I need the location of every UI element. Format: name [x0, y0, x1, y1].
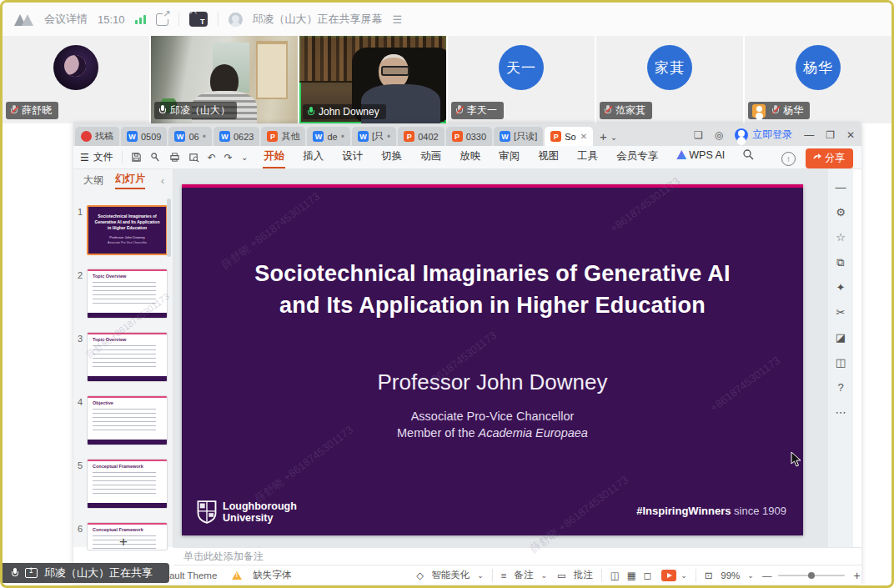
tab-slideshow[interactable]: 放映 — [459, 146, 481, 168]
grid-view-icon[interactable]: ▦ — [627, 570, 636, 581]
sharing-overlay-bar[interactable]: 邱凌（山大）正在共享 — [3, 563, 169, 583]
collapse-rail-icon[interactable]: — — [836, 182, 846, 193]
doc-tab[interactable]: W0623 — [213, 127, 259, 146]
tab-review[interactable]: 审阅 — [498, 146, 520, 168]
tab-design[interactable]: 设计 — [341, 146, 364, 168]
copy-shapes-icon[interactable]: ⧉ — [836, 257, 844, 268]
interpreter-badge-icon[interactable]: T — [189, 12, 208, 27]
warning-icon — [232, 571, 242, 580]
login-button[interactable]: 立即登录 — [735, 128, 792, 142]
doc-tab[interactable]: 找稿 — [75, 127, 119, 146]
comments-toggle[interactable]: ▭批注 — [557, 569, 593, 581]
doc-tab[interactable]: W06• — [168, 127, 211, 146]
zoom-slider[interactable] — [778, 575, 845, 576]
upload-cloud-icon[interactable]: ↑ — [781, 152, 796, 166]
participant-tile[interactable]: 薛舒晓 — [3, 36, 149, 123]
participant-tile[interactable]: 邱凌（山大） — [151, 36, 298, 123]
close-button[interactable]: ✕ — [846, 129, 855, 141]
tab-list-caret-icon[interactable]: ⌄ — [610, 133, 617, 142]
undo-icon[interactable]: ↶ — [208, 152, 216, 163]
editor-canvas[interactable]: Sociotechnical Imaginaries of Generative… — [173, 169, 828, 547]
participant-name: 杨华 — [783, 103, 803, 118]
slide-role-line[interactable]: Associate Pro-Vice Chancellor — [182, 410, 803, 423]
meeting-details-link[interactable]: 会议详情 — [44, 12, 88, 27]
doc-tab[interactable]: W0509 — [121, 127, 167, 146]
properties-icon[interactable]: ⚙ — [836, 207, 846, 218]
slide-thumbnail[interactable]: Objective — [87, 395, 168, 445]
help-icon[interactable]: ? — [837, 382, 843, 393]
tab-outline[interactable]: 大纲 — [83, 173, 103, 188]
restore-button[interactable]: ❐ — [826, 129, 835, 141]
beautify-button[interactable]: ◇ 智能美化 ⌄ — [416, 569, 483, 581]
file-menu[interactable]: ☰文件 — [80, 150, 113, 164]
doc-tab[interactable]: P其他 — [261, 127, 305, 146]
tab-switcher-icon[interactable]: ❏ — [694, 129, 703, 141]
play-options-caret-icon[interactable]: ⌄ — [681, 571, 687, 580]
notes-toggle[interactable]: ≡备注⌄ — [501, 569, 547, 581]
slide-thumbnail[interactable]: Topic Overview — [87, 332, 168, 382]
beautify-wand-icon[interactable]: ✦ — [836, 282, 846, 293]
template-library-icon[interactable]: ◫ — [836, 357, 846, 368]
print-preview-icon[interactable] — [188, 152, 199, 163]
doc-tab[interactable]: Wde• — [307, 127, 349, 146]
save-icon[interactable] — [131, 152, 142, 163]
close-tab-icon[interactable]: ✕ — [580, 132, 587, 141]
collapse-panel-icon[interactable]: ‹ — [161, 175, 164, 187]
slide-thumbnail[interactable]: Topic Overview — [87, 269, 168, 319]
doc-tab[interactable]: W[只• — [352, 127, 396, 146]
zoom-out-button[interactable]: — — [762, 570, 772, 580]
tab-tools[interactable]: 工具 — [576, 146, 599, 168]
sidebar-scrollbar[interactable] — [167, 199, 171, 257]
zoom-slider-handle[interactable] — [808, 572, 815, 579]
reading-view-icon[interactable]: ◻ — [644, 570, 652, 581]
notes-area[interactable]: 单击此处添加备注 — [173, 547, 861, 565]
tab-animation[interactable]: 动画 — [419, 146, 442, 168]
participant-tile[interactable]: 天一 李天一 — [448, 36, 595, 123]
participant-tile[interactable]: 杨华 杨华 — [745, 36, 891, 123]
tab-transition[interactable]: 切换 — [380, 146, 403, 168]
missing-font-warning[interactable]: 缺失字体 — [232, 569, 291, 581]
fit-screen-icon[interactable]: ⊡ — [705, 570, 713, 581]
add-slide-button[interactable]: + — [119, 534, 128, 550]
search-icon[interactable] — [742, 148, 754, 160]
share-button[interactable]: 分享 — [806, 148, 853, 168]
slide-presenter[interactable]: Professor John Downey — [182, 369, 803, 395]
tab-member[interactable]: 会员专享 — [615, 146, 659, 168]
tab-insert[interactable]: 插入 — [302, 146, 324, 168]
doc-tab[interactable]: P0402 — [398, 127, 444, 146]
tab-view[interactable]: 视图 — [537, 146, 560, 168]
participant-tile-speaking[interactable]: John Downey — [299, 36, 446, 123]
play-slideshow-button[interactable] — [661, 570, 676, 581]
new-tab-button[interactable]: + — [600, 129, 607, 143]
doc-tab[interactable]: W[只读] — [494, 127, 543, 146]
tab-home[interactable]: 开始 — [263, 146, 285, 168]
doc-tab-active[interactable]: PSo✕ — [545, 127, 593, 146]
slide-editor[interactable]: Sociotechnical Imaginaries of Generative… — [182, 184, 803, 535]
minimize-button[interactable]: — — [804, 129, 814, 141]
skin-icon[interactable]: ◎ — [715, 129, 723, 141]
normal-view-icon[interactable]: ◫ — [610, 570, 620, 581]
open-external-icon[interactable] — [156, 13, 168, 26]
tab-wps-ai[interactable]: WPS AI — [676, 146, 726, 168]
slide-thumbnail-selected[interactable]: Sociotechnical Imaginaries of Generative… — [87, 205, 168, 255]
divider — [492, 569, 493, 582]
zoom-in-button[interactable]: + — [853, 569, 860, 582]
mic-muted-icon — [455, 105, 463, 116]
slide-thumbnail[interactable]: Conceptual Framework — [87, 459, 168, 509]
participant-tile[interactable]: 家萁 范家萁 — [596, 36, 743, 123]
print-icon[interactable] — [169, 152, 180, 163]
ai-assistant-icon[interactable]: ◪ — [836, 332, 846, 343]
sharing-menu-icon[interactable]: ☰ — [393, 13, 403, 26]
tab-slides[interactable]: 幻灯片 — [115, 172, 145, 189]
doc-tab[interactable]: P0330 — [446, 127, 492, 146]
design-assets-icon[interactable]: ✂ — [836, 307, 846, 318]
zoom-level[interactable]: 99%⌄ — [721, 570, 754, 580]
slide-role-line[interactable]: Member of the Academia Europaea — [182, 426, 803, 440]
slide-title[interactable]: Sociotechnical Imaginaries of Generative… — [182, 258, 803, 321]
quickbar-caret-icon[interactable]: ⌄ — [241, 153, 248, 162]
export-icon[interactable] — [150, 152, 161, 163]
favorites-icon[interactable]: ☆ — [836, 232, 846, 243]
redo-icon[interactable]: ↷ — [224, 152, 233, 163]
more-tools-icon[interactable]: ⋯ — [836, 407, 846, 418]
network-signal-icon[interactable] — [135, 14, 146, 24]
